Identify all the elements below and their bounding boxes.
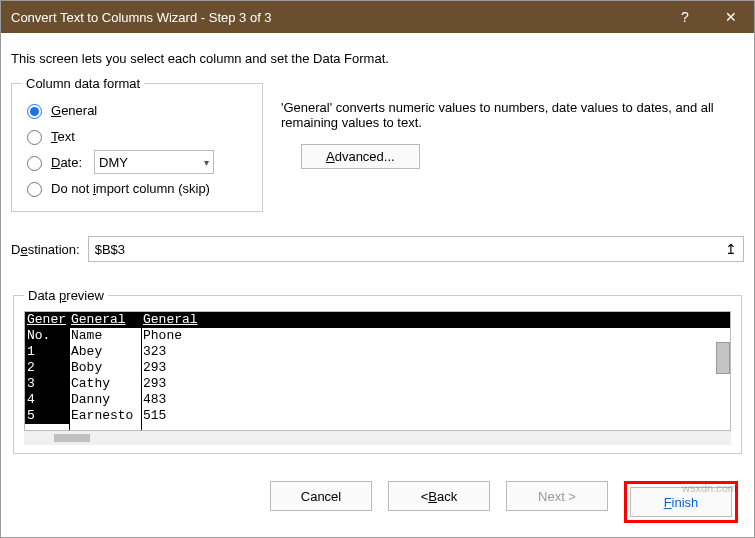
preview-row: No. Name Phone xyxy=(25,328,730,344)
preview-row: 1 Abey 323 xyxy=(25,344,730,360)
preview-row: 5 Earnesto 515 xyxy=(25,408,730,424)
data-preview-group: Data preview Gener General General No. N… xyxy=(13,288,742,454)
dialog-content: This screen lets you select each column … xyxy=(1,33,754,467)
preview-cell: Phone xyxy=(141,328,730,344)
preview-cell: Earnesto xyxy=(69,408,141,424)
preview-header-row: Gener General General xyxy=(25,312,730,328)
radio-text-label: Text xyxy=(51,129,75,144)
preview-header: General xyxy=(141,312,730,328)
radio-skip[interactable] xyxy=(27,182,42,197)
help-button[interactable]: ? xyxy=(662,1,708,33)
destination-row: Destination: $B$3 ↥ xyxy=(11,236,744,262)
date-format-value: DMY xyxy=(99,155,128,170)
preview-header: Gener xyxy=(25,312,69,328)
preview-header: General xyxy=(69,312,141,328)
data-preview-legend: Data preview xyxy=(24,288,108,303)
preview-cell: 5 xyxy=(25,408,69,424)
back-button[interactable]: < Back xyxy=(388,481,490,511)
column-data-format-legend: Column data format xyxy=(22,76,144,91)
advanced-button[interactable]: Advanced... xyxy=(301,144,420,169)
radio-skip-label: Do not import column (skip) xyxy=(51,181,210,196)
preview-cell: Cathy xyxy=(69,376,141,392)
radio-skip-row[interactable]: Do not import column (skip) xyxy=(22,175,252,201)
date-format-select[interactable]: DMY ▾ xyxy=(94,150,214,174)
preview-cell: 1 xyxy=(25,344,69,360)
instruction-text: This screen lets you select each column … xyxy=(11,51,744,66)
radio-date[interactable] xyxy=(27,156,42,171)
radio-date-row[interactable]: Date: DMY ▾ xyxy=(22,149,252,175)
destination-input[interactable]: $B$3 ↥ xyxy=(88,236,744,262)
vertical-scrollbar[interactable] xyxy=(716,342,730,374)
destination-label: Destination: xyxy=(11,242,80,257)
radio-text[interactable] xyxy=(27,130,42,145)
range-picker-icon[interactable]: ↥ xyxy=(725,241,737,257)
column-divider[interactable] xyxy=(141,312,142,430)
preview-cell: 323 xyxy=(141,344,730,360)
format-description: 'General' converts numeric values to num… xyxy=(281,100,744,130)
scrollbar-thumb[interactable] xyxy=(54,434,90,442)
radio-general-row[interactable]: General xyxy=(22,97,252,123)
preview-cell: No. xyxy=(25,328,69,344)
preview-row: 2 Boby 293 xyxy=(25,360,730,376)
close-button[interactable]: ✕ xyxy=(708,1,754,33)
preview-row: 4 Danny 483 xyxy=(25,392,730,408)
preview-cell: Boby xyxy=(69,360,141,376)
preview-cell: Name xyxy=(69,328,141,344)
radio-text-row[interactable]: Text xyxy=(22,123,252,149)
column-divider[interactable] xyxy=(69,312,70,430)
button-row: Cancel < Back Next > Finish xyxy=(1,467,754,537)
top-row: Column data format General Text Date: DM… xyxy=(11,76,744,212)
preview-cell: 483 xyxy=(141,392,730,408)
preview-cell: 2 xyxy=(25,360,69,376)
preview-cell: 293 xyxy=(141,376,730,392)
finish-highlight: Finish xyxy=(624,481,738,523)
format-description-area: 'General' converts numeric values to num… xyxy=(281,76,744,169)
dialog-window: Convert Text to Columns Wizard - Step 3 … xyxy=(0,0,755,538)
preview-grid[interactable]: Gener General General No. Name Phone 1 A… xyxy=(24,311,731,431)
window-title: Convert Text to Columns Wizard - Step 3 … xyxy=(11,10,662,25)
horizontal-scrollbar[interactable] xyxy=(24,431,731,445)
preview-cell: Danny xyxy=(69,392,141,408)
titlebar: Convert Text to Columns Wizard - Step 3 … xyxy=(1,1,754,33)
preview-cell: Abey xyxy=(69,344,141,360)
column-data-format-group: Column data format General Text Date: DM… xyxy=(11,76,263,212)
next-button: Next > xyxy=(506,481,608,511)
preview-cell: 4 xyxy=(25,392,69,408)
preview-row: 3 Cathy 293 xyxy=(25,376,730,392)
cancel-button[interactable]: Cancel xyxy=(270,481,372,511)
radio-general-label: General xyxy=(51,103,97,118)
preview-cell: 515 xyxy=(141,408,730,424)
preview-cell: 3 xyxy=(25,376,69,392)
destination-value: $B$3 xyxy=(95,242,125,257)
radio-general[interactable] xyxy=(27,104,42,119)
finish-button[interactable]: Finish xyxy=(630,487,732,517)
preview-cell: 293 xyxy=(141,360,730,376)
chevron-down-icon: ▾ xyxy=(204,157,209,168)
radio-date-label: Date: xyxy=(51,155,82,170)
